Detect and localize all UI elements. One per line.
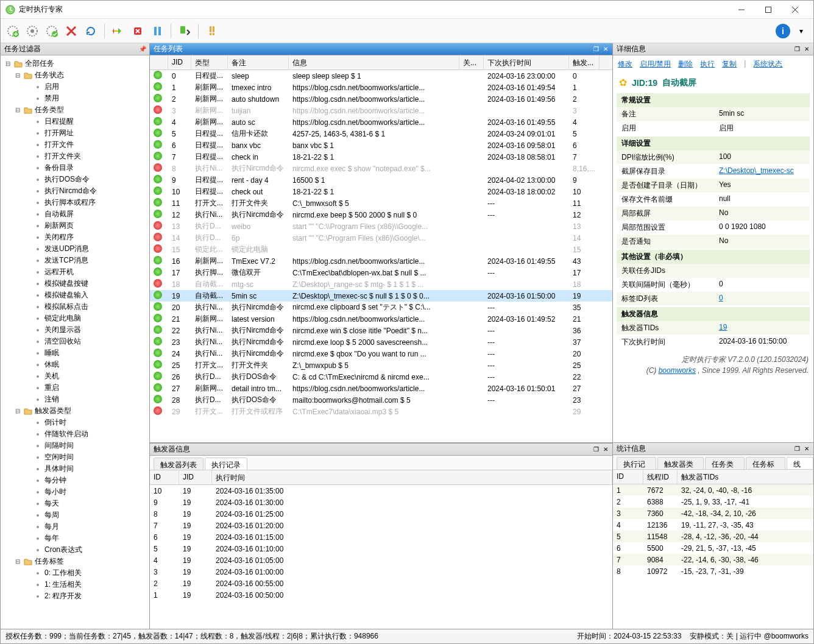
task-row[interactable]: 17执行脚...微信双开C:\TmExec\bat\dblopen-wx.bat… [150,267,612,278]
col-jid[interactable]: JID [168,55,191,69]
task-row[interactable]: 4刷新网...auto schttps://blog.csdn.net/boom… [150,116,612,128]
toggle-link[interactable]: 启用/禁用 [640,59,671,69]
tree-node[interactable]: 刷新网页 [2,220,148,232]
trigger-grid[interactable]: ID JID 执行时间 10192024-03-16 01:35:0091920… [150,470,612,629]
trigger-row[interactable]: 10192024-03-16 01:35:00 [150,485,612,497]
col-type[interactable]: 类型 [191,55,228,69]
stat-row[interactable]: 37360-42, -18, -34, 2, 10, -26 [613,508,813,519]
task-row[interactable]: 14执行D...6pstart "" "C:\Program Files (x8… [150,232,612,244]
task-row[interactable]: 26执行D...执行DOS命令C: & cd C:\TmExec\nircmd … [150,371,612,383]
tree-node[interactable]: 禁用 [2,93,148,104]
task-row[interactable]: 25打开文...打开文件夹Z:\_bmwxpub $ 5---25 [150,359,612,371]
pause-button[interactable] [149,23,166,40]
tree-node[interactable]: 关闭显示器 [2,324,148,336]
restore-icon[interactable]: ❐ [793,445,801,453]
task-row[interactable]: 7日程提...check in18-21-22 $ 12024-03-18 08… [150,151,612,163]
stop-button[interactable] [129,23,146,40]
delete-link[interactable]: 删除 [678,59,693,69]
stat-row[interactable]: 41213619, -11, 27, -3, -35, 43 [613,519,813,531]
task-row[interactable]: 13执行D...weibostart "" "C:\\Program Files… [150,221,612,232]
tree-node[interactable]: 远程开机 [2,266,148,278]
tree-node[interactable]: 执行Nircmd命令 [2,185,148,197]
tree-node[interactable]: 打开网址 [2,127,148,139]
tree-node[interactable]: 模拟鼠标点击 [2,301,148,313]
task-row[interactable]: 23执行Ni...执行Nircmd命令nircmd.exe loop $ 5 2… [150,336,612,348]
col-next[interactable]: 下次执行时间 [484,55,569,69]
task-row[interactable]: 11打开文...打开文件夹C:\_bmwxsoft $ 5---11 [150,197,612,209]
col-info[interactable]: 信息 [289,55,459,69]
close-icon[interactable]: ✕ [601,45,610,54]
restore-icon[interactable]: ❐ [592,45,600,54]
stat-row[interactable]: 26388-25, 1, 9, 33, -17, -41 [613,496,813,508]
task-row[interactable]: 15锁定此...锁定此电脑15 [150,244,612,255]
trigger-row[interactable]: 7192024-03-16 01:20:00 [150,520,612,531]
stats-grid[interactable]: ID 线程ID 触发器TIDs 1767232, -24, 0, -40, -8… [613,470,813,629]
tree-node[interactable]: 每小时 [2,486,148,498]
task-row[interactable]: 9日程提...rent - day 416500 $ 12024-04-02 1… [150,174,612,186]
boomworks-link[interactable]: boomworks [659,366,696,375]
close-icon[interactable]: ✕ [802,45,811,54]
add-task-button[interactable] [4,23,21,40]
stat-row[interactable]: 810972-15, -23, 7, -31, -39 [613,565,813,577]
tree-node[interactable]: 1: 生活相关 [2,579,148,590]
tree-node[interactable]: 模拟键盘输入 [2,289,148,301]
settings-button[interactable] [24,23,41,40]
restore-icon[interactable]: ❐ [793,45,801,54]
tree-node[interactable]: 每分钟 [2,475,148,486]
edit-link[interactable]: 修改 [618,59,632,69]
export-button[interactable] [176,23,193,40]
info-button[interactable]: i [776,24,790,38]
tree-node[interactable]: 间隔时间 [2,440,148,451]
tree-node[interactable]: 打开文件 [2,139,148,150]
tree-node[interactable]: 清空回收站 [2,336,148,347]
tab[interactable]: 任务标签 [746,457,785,469]
tree-node[interactable]: 打开文件夹 [2,150,148,162]
tree-node[interactable]: 伴随软件启动 [2,428,148,440]
tree-node[interactable]: 自动截屏 [2,208,148,220]
tree-node[interactable]: Cron表达式 [2,544,148,556]
tab[interactable]: 执行记录 [205,458,247,470]
tree-node[interactable]: 空闲时间 [2,451,148,463]
tree-node[interactable]: ⊟任务标签 [2,556,148,567]
tree-node[interactable]: 倒计时 [2,417,148,428]
task-row[interactable]: 28执行D...执行DOS命令mailto:boomworks@hotmail.… [150,394,612,406]
tree-node[interactable]: 模拟键盘按键 [2,278,148,289]
tree-node[interactable]: 锁定此电脑 [2,313,148,324]
task-row[interactable]: 3刷新网...tuijianhttps://blog.csdn.net/boom… [150,105,612,116]
tree-node[interactable]: 发送UDP消息 [2,243,148,255]
tree-node[interactable]: ⊟全部任务 [2,58,148,69]
tree-node[interactable]: 启用 [2,81,148,93]
tree-node[interactable]: 日程提醒 [2,116,148,127]
task-row[interactable]: 5日程提...信用卡还款4257-25, 1463-5, 4381-6 $ 12… [150,128,612,140]
task-filter-tree[interactable]: ⊟全部任务⊟任务状态启用禁用⊟任务类型日程提醒打开网址打开文件打开文件夹备份目录… [1,55,149,629]
task-row[interactable]: 18自动截...mtg-scZ:\Desktop\_range-sc $ mtg… [150,278,612,290]
tab[interactable]: 触发器列表 [154,458,203,470]
task-row[interactable]: 10日程提...check out18-21-22 $ 12024-03-18 … [150,186,612,197]
task-row[interactable]: 19自动截...5min scZ:\Desktop\_tmexec-sc $ n… [150,290,612,302]
restore-icon[interactable]: ❐ [592,445,600,454]
tree-node[interactable]: 执行脚本或程序 [2,197,148,208]
task-row[interactable]: 20执行Ni...执行Nircmd命令nircmd.exe clipboard … [150,302,612,313]
toolbar-menu-button[interactable]: ▾ [793,23,810,40]
stat-row[interactable]: 79084-22, -14, 6, -30, -38, -46 [613,554,813,565]
delete-button[interactable] [63,23,80,40]
tab[interactable]: 线程 [787,457,813,469]
task-row[interactable]: 27刷新网...detail intro tm...https://blog.c… [150,383,612,394]
minimize-button[interactable] [728,1,755,18]
tree-node[interactable]: 备份目录 [2,162,148,174]
trigger-row[interactable]: 8192024-03-16 01:25:00 [150,508,612,520]
tree-node[interactable]: 注销 [2,394,148,405]
task-row[interactable]: 21刷新网...latest versionhttps://blog.csdn.… [150,313,612,325]
trigger-row[interactable]: 4192024-03-16 01:05:00 [150,554,612,566]
tree-node[interactable]: 关闭程序 [2,232,148,243]
task-row[interactable]: 1刷新网...tmexec introhttps://blog.csdn.net… [150,82,612,93]
task-row[interactable]: 8执行Ni...执行Nircmd命令nircmd.exe exec $ show… [150,163,612,174]
close-icon[interactable]: ✕ [601,445,610,454]
task-grid[interactable]: JID 类型 备注 信息 关... 下次执行时间 触发... 0日程提...sl… [150,55,612,442]
tab[interactable]: 任务类型 [705,457,745,469]
trigger-row[interactable]: 2192024-03-16 00:55:00 [150,578,612,589]
enable-button[interactable] [43,23,60,40]
tree-node[interactable]: 每周 [2,509,148,521]
tree-node[interactable]: 每月 [2,521,148,533]
run-button[interactable] [110,23,127,40]
